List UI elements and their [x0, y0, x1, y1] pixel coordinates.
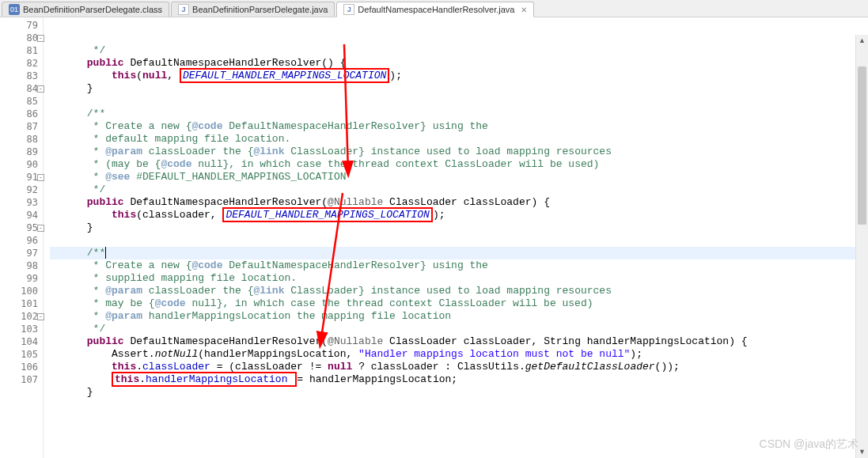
line-number: 106	[0, 361, 43, 373]
line-number: 81	[0, 44, 43, 57]
scroll-up-icon[interactable]: ▲	[856, 35, 868, 47]
code-line[interactable]: this(classLoader, DEFAULT_HANDLER_MAPPIN…	[50, 209, 868, 221]
line-number-gutter[interactable]: 7980-81828384-85868788899091-92939495-96…	[0, 17, 44, 458]
line-number: 79	[0, 19, 43, 32]
code-line[interactable]: * may be {@code null}, in which case the…	[50, 297, 868, 310]
code-line[interactable]: * @param classLoader the {@link ClassLoa…	[50, 146, 868, 158]
code-line[interactable]: * @param classLoader the {@link ClassLoa…	[50, 285, 868, 297]
tab-defaultns-java[interactable]: J DefaultNamespaceHandlerResolver.java ✕	[336, 2, 534, 17]
line-number: 87	[0, 120, 43, 133]
line-number: 96	[0, 234, 43, 247]
code-line[interactable]: }	[50, 386, 868, 399]
code-line[interactable]: }	[50, 221, 868, 234]
line-number: 105	[0, 348, 43, 361]
code-line[interactable]: * default mapping file location.	[50, 133, 868, 146]
editor-tabs: 01 BeanDefinitionParserDelegate.class J …	[0, 0, 868, 17]
line-number: 84-	[0, 82, 43, 95]
line-number: 83	[0, 70, 43, 82]
line-number: 94	[0, 209, 43, 221]
line-number: 101	[0, 297, 43, 310]
code-line[interactable]	[50, 234, 868, 247]
code-line[interactable]: this.handlerMappingsLocation = handlerMa…	[50, 373, 868, 386]
line-number: 100	[0, 285, 43, 297]
tab-label: BeanDefinitionParserDelegate.class	[23, 5, 162, 14]
line-number: 82	[0, 57, 43, 70]
code-line[interactable]: public DefaultNamespaceHandlerResolver(@…	[50, 196, 868, 209]
code-line[interactable]: public DefaultNamespaceHandlerResolver()…	[50, 57, 868, 70]
line-number: 88	[0, 133, 43, 146]
code-line[interactable]: * @see #DEFAULT_HANDLER_MAPPINGS_LOCATIO…	[50, 171, 868, 184]
code-line[interactable]: /**	[50, 247, 868, 259]
code-line[interactable]: }	[50, 82, 868, 95]
line-number: 86	[0, 108, 43, 120]
code-line[interactable]: * supplied mapping file location.	[50, 272, 868, 285]
code-line[interactable]	[50, 399, 868, 411]
line-number: 98	[0, 259, 43, 272]
code-content[interactable]: */ public DefaultNamespaceHandlerResolve…	[44, 17, 868, 458]
line-number: 93	[0, 196, 43, 209]
tab-label: DefaultNamespaceHandlerResolver.java	[358, 5, 514, 14]
java-file-icon: J	[343, 4, 354, 15]
line-number: 99	[0, 272, 43, 285]
scroll-thumb[interactable]	[858, 66, 866, 225]
editor-area: 7980-81828384-85868788899091-92939495-96…	[0, 17, 868, 458]
watermark-text: CSDN @java的艺术	[760, 437, 859, 452]
line-number: 104	[0, 335, 43, 348]
line-number: 89	[0, 146, 43, 158]
line-number: 107	[0, 373, 43, 386]
code-line[interactable]: public DefaultNamespaceHandlerResolver(@…	[50, 335, 868, 348]
line-number: 90	[0, 158, 43, 171]
line-number: 92	[0, 184, 43, 196]
code-line[interactable]: */	[50, 323, 868, 335]
line-number: 102-	[0, 310, 43, 323]
code-line[interactable]	[50, 95, 868, 108]
line-number: 103	[0, 323, 43, 335]
code-line[interactable]: * @param handlerMappingsLocation the map…	[50, 310, 868, 323]
code-line[interactable]: * (may be {@code null}, in which case th…	[50, 158, 868, 171]
code-line[interactable]: * Create a new {@code DefaultNamespaceHa…	[50, 120, 868, 133]
line-number: 80-	[0, 32, 43, 44]
java-file-icon: J	[178, 4, 189, 15]
code-line[interactable]: * Create a new {@code DefaultNamespaceHa…	[50, 259, 868, 272]
code-line[interactable]: this(null, DEFAULT_HANDLER_MAPPINGS_LOCA…	[50, 70, 868, 82]
line-number: 97	[0, 247, 43, 259]
line-number: 85	[0, 95, 43, 108]
class-file-icon: 01	[9, 4, 20, 15]
close-icon[interactable]: ✕	[521, 6, 527, 14]
vertical-scrollbar[interactable]: ▲ ▼	[855, 35, 868, 458]
code-line[interactable]: */	[50, 44, 868, 57]
tab-label: BeanDefinitionParserDelegate.java	[192, 5, 328, 14]
code-line[interactable]: */	[50, 184, 868, 196]
tab-beandef-java[interactable]: J BeanDefinitionParserDelegate.java	[171, 2, 335, 17]
line-number: 95-	[0, 221, 43, 234]
code-line[interactable]: Assert.notNull(handlerMappingsLocation, …	[50, 348, 868, 361]
code-line[interactable]: /**	[50, 108, 868, 120]
line-number: 91-	[0, 171, 43, 184]
tab-beandef-class[interactable]: 01 BeanDefinitionParserDelegate.class	[2, 2, 169, 17]
